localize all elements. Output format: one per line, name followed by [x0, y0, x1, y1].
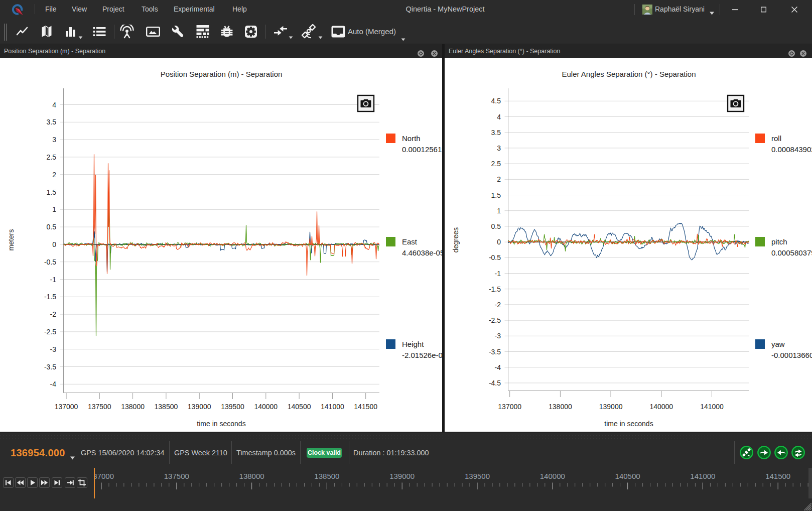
svg-text:time in seconds: time in seconds	[604, 420, 653, 428]
svg-text:-2: -2	[495, 301, 501, 309]
svg-text:141500: 141500	[354, 403, 377, 411]
svg-text:139500: 139500	[221, 403, 244, 411]
svg-text:138000: 138000	[549, 403, 572, 411]
svg-text:137000: 137000	[498, 403, 521, 411]
svg-text:Height: Height	[402, 340, 424, 348]
svg-text:-3.5: -3.5	[44, 363, 56, 371]
svg-text:3: 3	[497, 144, 501, 152]
svg-text:140500: 140500	[615, 472, 640, 480]
svg-text:2: 2	[497, 175, 501, 183]
svg-text:141000: 141000	[690, 472, 715, 480]
svg-text:137500: 137500	[88, 403, 111, 411]
svg-text:-1: -1	[495, 270, 501, 278]
svg-text:138500: 138500	[314, 472, 339, 480]
svg-text:-2: -2	[50, 310, 57, 318]
svg-text:time in seconds: time in seconds	[197, 420, 245, 428]
svg-text:0: 0	[52, 240, 56, 248]
svg-text:140000: 140000	[254, 403, 278, 411]
svg-text:140500: 140500	[288, 403, 311, 411]
svg-text:Position Separation (m) - Sepa: Position Separation (m) - Separation	[161, 70, 283, 78]
svg-text:-0.00013660: -0.00013660	[771, 351, 812, 359]
svg-text:138000: 138000	[239, 472, 264, 480]
svg-text:139000: 139000	[599, 403, 623, 411]
svg-text:141000: 141000	[700, 403, 724, 411]
svg-text:4.46038e-05: 4.46038e-05	[402, 248, 442, 257]
svg-text:meters: meters	[7, 229, 15, 251]
svg-text:0: 0	[497, 238, 501, 246]
svg-text:1.5: 1.5	[491, 191, 501, 199]
svg-text:1: 1	[497, 207, 501, 215]
svg-text:North: North	[402, 134, 421, 143]
svg-text:2.5: 2.5	[491, 160, 501, 168]
svg-text:137000: 137000	[55, 403, 78, 411]
svg-text:-3: -3	[50, 345, 57, 353]
svg-text:3.5: 3.5	[491, 129, 501, 137]
svg-text:138500: 138500	[155, 403, 178, 411]
svg-text:-2.5: -2.5	[489, 316, 501, 324]
svg-text:0.5: 0.5	[47, 223, 57, 231]
svg-text:0.000125619: 0.000125619	[402, 145, 442, 154]
svg-text:-0.5: -0.5	[489, 253, 501, 262]
svg-text:-4: -4	[495, 363, 501, 371]
svg-text:-4.5: -4.5	[489, 379, 501, 387]
svg-text:4: 4	[497, 113, 501, 121]
svg-text:1: 1	[52, 205, 56, 213]
svg-text:1.5: 1.5	[47, 188, 57, 196]
svg-text:pitch: pitch	[771, 237, 787, 246]
svg-text:137500: 137500	[164, 472, 189, 480]
svg-text:139000: 139000	[389, 472, 415, 480]
svg-text:0.000843902: 0.000843902	[771, 145, 812, 154]
svg-text:0.000580379: 0.000580379	[771, 248, 812, 257]
svg-text:141000: 141000	[321, 403, 344, 411]
svg-text:2.5: 2.5	[47, 153, 57, 161]
svg-text:degrees: degrees	[452, 227, 460, 253]
svg-text:-2.01526e-0: -2.01526e-0	[402, 351, 442, 359]
svg-text:3.5: 3.5	[47, 118, 57, 126]
svg-text:2: 2	[52, 171, 56, 179]
svg-text:138000: 138000	[121, 403, 145, 411]
svg-text:-3.5: -3.5	[489, 348, 501, 356]
svg-text:4: 4	[52, 101, 56, 109]
svg-text:141500: 141500	[765, 472, 790, 480]
svg-text:yaw: yaw	[771, 340, 785, 348]
svg-text:East: East	[402, 237, 418, 246]
svg-text:139000: 139000	[188, 403, 211, 411]
svg-text:140000: 140000	[649, 403, 673, 411]
svg-text:-0.5: -0.5	[44, 258, 56, 266]
svg-text:-1.5: -1.5	[44, 293, 56, 301]
svg-text:140000: 140000	[540, 472, 565, 480]
svg-text:-2.5: -2.5	[44, 328, 56, 336]
svg-text:0.5: 0.5	[491, 222, 501, 230]
svg-text:139500: 139500	[465, 472, 490, 480]
svg-text:-1: -1	[50, 276, 57, 284]
svg-text:-1.5: -1.5	[489, 285, 501, 293]
svg-text:137000: 137000	[89, 472, 114, 480]
svg-text:roll: roll	[771, 134, 781, 143]
svg-text:-4: -4	[50, 380, 57, 388]
svg-text:-3: -3	[495, 332, 501, 340]
svg-text:Euler Angles Separation (°) -: Euler Angles Separation (°) - Separation	[562, 70, 696, 78]
svg-text:3: 3	[52, 136, 56, 144]
svg-text:4.5: 4.5	[491, 97, 501, 105]
